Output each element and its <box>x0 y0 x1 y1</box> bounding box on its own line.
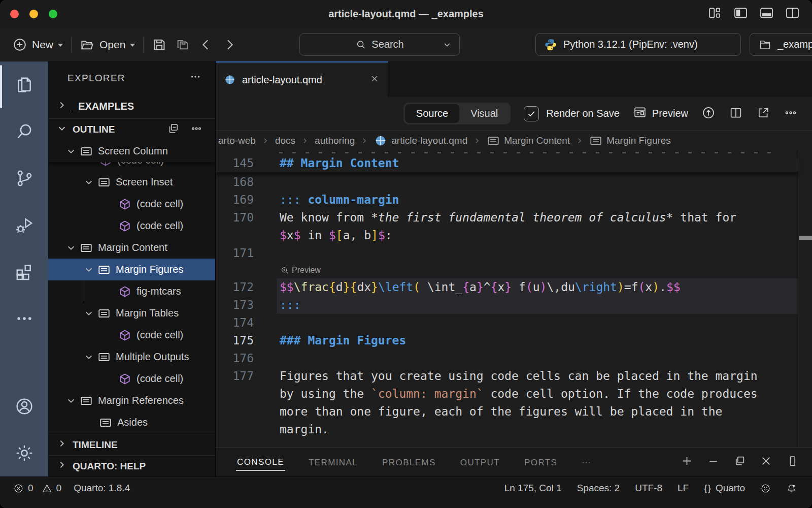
toggle-left-sidebar-icon[interactable] <box>733 6 748 22</box>
outline-item-screen-column[interactable]: Screen Column <box>48 140 215 162</box>
panel-tab-ports[interactable]: PORTS <box>523 454 558 470</box>
outline-item-code-cell[interactable]: (code cell) <box>48 215 215 237</box>
outline-item-margin-references[interactable]: Margin References <box>48 390 215 411</box>
outline-item-margin-figures[interactable]: Margin Figures <box>48 259 215 280</box>
breadcrumb-item-article-layout-qmd[interactable]: article-layout.qmd <box>374 134 467 147</box>
code-line-174[interactable]: 174 <box>216 314 798 332</box>
notifications-button[interactable] <box>786 483 797 494</box>
code-line-168[interactable]: 168 <box>216 173 798 191</box>
editor-more-actions-icon[interactable] <box>784 106 798 122</box>
mode-source-button[interactable]: Source <box>405 104 459 123</box>
settings-button[interactable] <box>0 430 48 477</box>
cursor-position-status[interactable]: Ln 175, Col 1 <box>504 483 562 494</box>
code-line-wrap[interactable]: margin. <box>216 421 798 438</box>
workspace-folder-button[interactable]: _examples <box>750 33 812 56</box>
panel-more-tabs-icon[interactable]: ⋯ <box>581 454 592 470</box>
workspace-section-header[interactable]: _EXAMPLES <box>48 94 215 118</box>
language-mode-status[interactable]: {} Quarto <box>704 483 745 494</box>
chevron-down-icon[interactable] <box>62 145 80 158</box>
sidebar-item-run-debug[interactable] <box>0 202 48 248</box>
code-line-169[interactable]: 169::: column-margin <box>216 191 798 209</box>
interpreter-selector[interactable]: Python 3.12.1 (PipEnv: .venv) <box>535 33 741 56</box>
outline-item-screen-inset[interactable]: Screen Inset <box>48 171 215 193</box>
collapse-all-icon[interactable] <box>166 122 180 138</box>
code-line-172[interactable]: 172$$\frac{d}{dx}\left( \int_{a}^{x} f(u… <box>216 278 798 296</box>
eol-status[interactable]: LF <box>678 483 689 494</box>
code-line-wrap[interactable]: by using the `column: margin` code cell … <box>216 385 798 403</box>
navigate-forward-icon[interactable] <box>222 37 237 52</box>
outline-item-fig-mtcars[interactable]: fig-mtcars <box>48 280 215 302</box>
mode-visual-button[interactable]: Visual <box>459 104 509 123</box>
chevron-down-icon[interactable] <box>80 263 97 276</box>
code-line-175[interactable]: 175### Margin Figures <box>216 332 798 350</box>
breadcrumb-item-authoring[interactable]: authoring <box>315 135 355 146</box>
quarto-help-section-header[interactable]: QUARTO: HELP <box>48 455 215 477</box>
open-in-new-window-icon[interactable] <box>756 106 770 122</box>
tab-article-layout-qmd[interactable]: article-layout.qmd <box>216 61 388 97</box>
explorer-more-actions-icon[interactable] <box>189 70 202 86</box>
account-button[interactable] <box>0 383 48 430</box>
sidebar-item-more[interactable] <box>0 295 48 342</box>
save-icon[interactable] <box>152 37 167 52</box>
sidebar-item-search[interactable] <box>0 108 48 155</box>
problems-status[interactable]: 0 0 <box>13 483 61 494</box>
code-line-wrap[interactable]: $x$ in $[a, b]$: <box>216 227 798 244</box>
outline-item-code-cell[interactable]: (code cell) <box>48 324 215 346</box>
sidebar-item-source-control[interactable] <box>0 155 48 202</box>
save-all-icon[interactable] <box>175 37 190 52</box>
close-window-button[interactable] <box>10 10 19 18</box>
close-tab-icon[interactable] <box>369 74 380 86</box>
restore-panel-icon[interactable] <box>733 455 746 469</box>
zoom-window-button[interactable] <box>49 10 57 18</box>
indentation-status[interactable]: Spaces: 2 <box>577 483 620 494</box>
render-on-save-control[interactable]: Render on Save <box>524 106 620 121</box>
outline-item-code-cell[interactable]: (code cell) <box>48 162 215 171</box>
split-editor-icon[interactable] <box>729 106 743 122</box>
code-line-177[interactable]: 177Figures that you create using code ce… <box>216 367 798 385</box>
outline-more-actions-icon[interactable] <box>190 122 203 138</box>
customize-layout-icon[interactable] <box>707 6 722 22</box>
outline-item-margin-content[interactable]: Margin Content <box>48 237 215 259</box>
minimize-window-button[interactable] <box>29 10 38 18</box>
panel-layout-icon[interactable] <box>786 455 799 469</box>
panel-tab-problems[interactable]: PROBLEMS <box>381 454 437 470</box>
chevron-down-icon[interactable] <box>80 307 97 320</box>
outline-item-multiple-outputs[interactable]: Multiple Outputs <box>48 346 215 368</box>
minimize-panel-icon[interactable] <box>707 455 720 469</box>
panel-tab-output[interactable]: OUTPUT <box>459 454 501 470</box>
breadcrumb-item-arto-web[interactable]: arto-web <box>218 135 256 146</box>
quarto-version-status[interactable]: Quarto: 1.8.4 <box>74 483 130 494</box>
toggle-right-sidebar-icon[interactable] <box>785 6 800 22</box>
code-line-173[interactable]: 173::: <box>216 296 798 314</box>
preview-button[interactable]: Preview <box>633 105 688 122</box>
sidebar-item-explorer[interactable] <box>0 61 48 108</box>
sidebar-item-extensions[interactable] <box>0 248 48 295</box>
outline-item-code-cell[interactable]: (code cell) <box>48 193 215 215</box>
open-button[interactable]: Open <box>80 37 135 52</box>
scrollbar-marker[interactable] <box>799 236 812 240</box>
render-on-save-checkbox[interactable] <box>524 106 539 121</box>
outline-section-header[interactable]: OUTLINE <box>48 118 215 140</box>
new-button[interactable]: New <box>12 37 63 52</box>
code-line-wrap[interactable]: more than one figure, each of the figure… <box>216 403 798 421</box>
outline-item-margin-tables[interactable]: Margin Tables <box>48 302 215 324</box>
code-line-145[interactable]: 145## Margin Content <box>216 154 798 172</box>
code-line-176[interactable]: 176 <box>216 350 798 367</box>
publish-icon[interactable] <box>701 106 716 122</box>
navigate-back-icon[interactable] <box>198 37 214 52</box>
outline-item-asides[interactable]: Asides <box>48 411 215 433</box>
chevron-down-icon[interactable] <box>80 351 97 364</box>
search-input[interactable]: Search <box>299 33 460 56</box>
feedback-button[interactable] <box>760 483 771 494</box>
breadcrumb-item-margin-content[interactable]: Margin Content <box>487 134 570 147</box>
chevron-down-icon[interactable] <box>80 176 97 189</box>
code-line-170[interactable]: 170We know from *the first fundamental t… <box>216 209 798 227</box>
close-panel-icon[interactable] <box>760 455 772 469</box>
code-editor[interactable]: 145## Margin Content168169::: column-mar… <box>216 151 812 447</box>
panel-tab-terminal[interactable]: TERMINAL <box>308 454 359 470</box>
preview-codelens[interactable]: Preview <box>280 262 798 278</box>
timeline-section-header[interactable]: TIMELINE <box>48 434 215 455</box>
encoding-status[interactable]: UTF-8 <box>635 483 662 494</box>
toggle-bottom-panel-icon[interactable] <box>759 6 774 22</box>
code-line-171[interactable]: 171 <box>216 244 798 262</box>
